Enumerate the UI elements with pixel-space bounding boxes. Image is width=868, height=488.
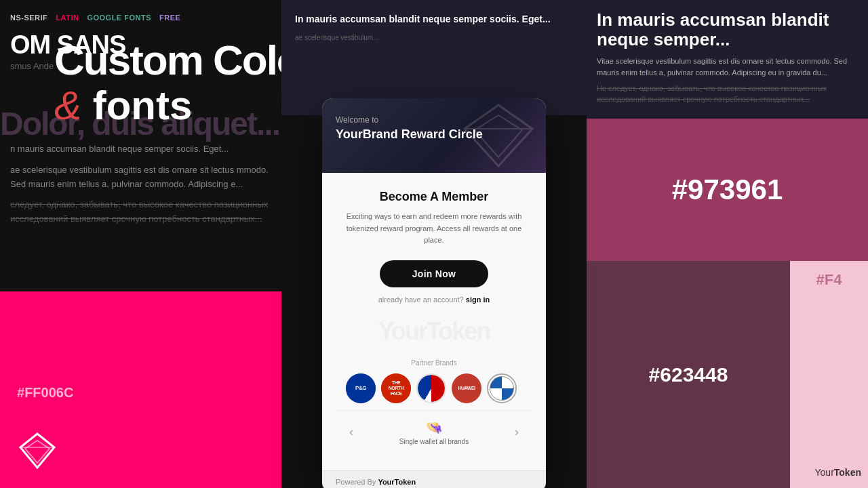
svg-line-3 (20, 434, 37, 447)
powered-by-prefix: Powered By (336, 478, 378, 486)
partner-logo-pg: P&G (346, 373, 376, 403)
right-column: In mauris accumsan blandit neque semper.… (587, 0, 868, 488)
partner-logo-bmw (487, 373, 517, 403)
join-now-button[interactable]: Join Now (380, 260, 488, 287)
hex-hash: # (17, 385, 24, 400)
right-strikethrough: Не следует, однако, забывать, что высоко… (597, 83, 858, 104)
partner-logo-tnf: THENORTHFACE (381, 373, 411, 403)
hex-value: FF006C (24, 385, 73, 400)
reward-card-body: Become A Member Exciting ways to earn an… (322, 173, 546, 470)
right-bottom-row: #623448 #F4 YourToken (587, 261, 868, 488)
tag-sans: NS-SERIF (10, 14, 47, 22)
custom-heading: Custom Color Palette & fonts (54, 37, 281, 128)
member-desc: Exciting ways to earn and redeem more re… (336, 211, 532, 247)
diamond-logo-area (17, 430, 264, 471)
tag-google: GOOGLE FONTS (87, 14, 151, 22)
diamond-icon (17, 430, 58, 471)
mid-card-small: ae scelerisque vestibulum... (295, 34, 573, 41)
next-arrow[interactable]: › (515, 425, 519, 439)
svg-marker-6 (475, 115, 522, 157)
signin-link[interactable]: sign in (466, 296, 490, 304)
amp-symbol: & (54, 83, 81, 128)
hex-623448: #623448 (649, 363, 728, 386)
powered-by: Powered By YourToken (322, 470, 546, 488)
heading-line2: & fonts (54, 83, 281, 128)
left-body-text: n mauris accumsan blandit neque semper s… (0, 142, 281, 233)
reward-card: Welcome to YourBrand Reward Circle Becom… (322, 98, 546, 488)
svg-line-4 (37, 434, 54, 447)
middle-column: In mauris accumsan blandit neque semper … (281, 0, 587, 488)
body-text-2: ae scelerisque vestibulum sagittis est d… (10, 163, 271, 192)
tag-free: FREE (159, 14, 180, 22)
fonts-word: fonts (93, 83, 193, 128)
right-title: In mauris accumsan blandit neque semper.… (597, 10, 858, 49)
color-card-f4: #F4 YourToken (790, 261, 868, 488)
brand-bold: Token (834, 467, 861, 478)
mid-card-title: In mauris accumsan blandit neque semper … (295, 14, 573, 24)
reward-card-header: Welcome to YourBrand Reward Circle (322, 98, 546, 173)
left-column: NS-SERIF LATIN GOOGLE FONTS FREE OM SANS… (0, 0, 281, 488)
svg-marker-1 (25, 441, 50, 463)
pink-color-card: #FF006C (0, 291, 281, 488)
wallet-label: Single wallet all brands (399, 438, 469, 445)
body-strikethrough: следует, однако, забывать, что высокое к… (10, 198, 271, 226)
tag-row: NS-SERIF LATIN GOOGLE FONTS FREE (10, 14, 271, 22)
right-top-text: In mauris accumsan blandit neque semper.… (587, 0, 868, 119)
color-card-973961: #973961 (587, 119, 868, 261)
brand-plain: Your (815, 467, 834, 478)
hex-973961: #973961 (672, 174, 783, 206)
color-card-623448: #623448 (587, 261, 790, 488)
wallet-center: 👒 Single wallet all brands (399, 419, 469, 445)
partner-label: Partner Brands (346, 359, 522, 367)
partner-logos: P&G THENORTHFACE HUAWEI (346, 373, 522, 403)
signin-prefix: already have an account? (378, 296, 464, 304)
hex-f4: #F4 (816, 271, 842, 289)
partner-logo-huawei: HUAWEI (452, 373, 481, 403)
signin-area: already have an account? sign in (336, 296, 532, 304)
partner-logo-pepsi (416, 373, 446, 403)
wallet-section[interactable]: ‹ 👒 Single wallet all brands › (336, 410, 532, 453)
wallet-icon: 👒 (426, 419, 443, 435)
prev-arrow[interactable]: ‹ (349, 425, 353, 439)
powered-by-brand: YourToken (378, 478, 416, 486)
body-text-1: n mauris accumsan blandit neque semper s… (10, 142, 271, 157)
background-grid: NS-SERIF LATIN GOOGLE FONTS FREE OM SANS… (0, 0, 868, 488)
pink-hex-label: #FF006C (17, 375, 264, 403)
partner-section: Partner Brands P&G THENORTHFACE (336, 352, 532, 410)
watermark-text: YourToken (336, 317, 532, 346)
tag-latin: LATIN (56, 14, 79, 22)
member-title: Become A Member (336, 190, 532, 204)
brand-label: YourToken (815, 467, 862, 478)
header-bg-diamond (458, 102, 539, 169)
heading-line1: Custom Color Palette (54, 37, 281, 83)
right-body: Vitae scelerisque vestibulum sagittis es… (597, 56, 858, 78)
